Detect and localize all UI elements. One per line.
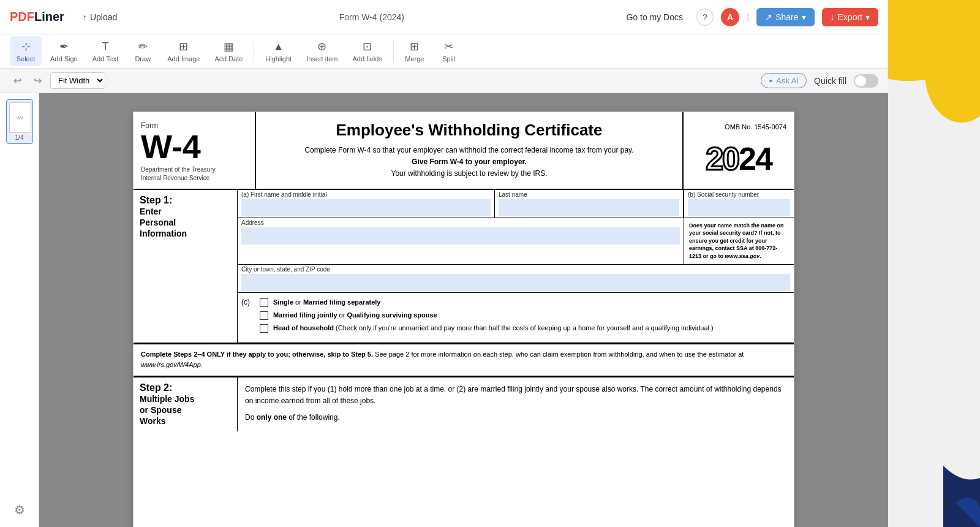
export-label: Export	[838, 12, 862, 22]
ssn-label: (b) Social security number	[688, 191, 790, 198]
last-name-input[interactable]	[499, 199, 679, 216]
first-name-input[interactable]	[241, 199, 491, 216]
merge-icon: ⊞	[410, 40, 419, 53]
share-chevron-icon: ▾	[802, 12, 806, 22]
document-area[interactable]: Form W-4 Department of the Treasury Inte…	[39, 93, 888, 527]
merge-tool-button[interactable]: ⊞ Merge	[399, 36, 431, 66]
address-input[interactable]	[241, 227, 680, 245]
add-image-icon: ⊞	[179, 40, 188, 53]
cert-title: Employee's Withholding Certificate	[268, 121, 670, 140]
insert-item-icon: ⊕	[317, 40, 326, 53]
add-date-icon: ▦	[224, 40, 234, 53]
add-text-tool-button[interactable]: T Add Text	[86, 37, 125, 66]
add-text-label: Add Text	[92, 55, 119, 63]
upload-button[interactable]: ↑ Upload	[77, 9, 123, 26]
nav-separator: |	[747, 12, 749, 23]
undo-button[interactable]: ↩	[10, 72, 25, 89]
filing-married-checkbox[interactable]	[260, 311, 268, 320]
select-label: Select	[17, 55, 36, 63]
fit-width-select[interactable]: Fit Width	[50, 72, 105, 89]
filing-single-text: Single or Married filing separately	[273, 298, 380, 307]
share-button[interactable]: ↗ Share ▾	[756, 8, 814, 26]
step1-row: Step 1: EnterPersonalInformation (a) Fir…	[134, 190, 794, 343]
add-date-tool-button[interactable]: ▦ Add Date	[208, 36, 249, 66]
quick-fill-toggle[interactable]	[854, 74, 878, 88]
insert-item-label: Insert item	[306, 55, 337, 63]
step1-content: (a) First name and middle initial Last n…	[238, 190, 794, 343]
add-sign-icon: ✒	[59, 40, 69, 53]
city-label: City or town, state, and ZIP code	[241, 266, 790, 273]
add-image-tool-button[interactable]: ⊞ Add Image	[161, 36, 206, 66]
toolbar2-left: ↩ ↪ Fit Width	[10, 72, 105, 89]
split-tool-button[interactable]: ✂ Split	[433, 36, 465, 66]
ask-ai-label: Ask AI	[776, 76, 799, 85]
split-label: Split	[442, 55, 455, 63]
step1-title: EnterPersonalInformation	[140, 206, 231, 240]
logo-text: PDFLiner	[10, 10, 64, 24]
first-name-label: (a) First name and middle initial	[241, 191, 491, 198]
form-w4-title: W-4	[141, 130, 247, 163]
nav-right: Go to my Docs ? A | ↗ Share ▾ ↓ Export ▾	[620, 8, 878, 26]
toolbar2: ↩ ↪ Fit Width ● Ask AI Quick fill	[0, 69, 888, 93]
filing-head-item: Head of household (Check only if you're …	[260, 324, 714, 333]
split-icon: ✂	[444, 40, 453, 53]
toolbar2-right: ● Ask AI Quick fill	[761, 73, 878, 88]
export-button[interactable]: ↓ Export ▾	[822, 8, 878, 26]
insert-item-tool-button[interactable]: ⊕ Insert item	[300, 36, 344, 66]
form-header-right: OMB No. 1545-0074 2024	[684, 112, 794, 189]
redo-icon: ↪	[34, 75, 42, 86]
quick-fill-label: Quick fill	[814, 76, 846, 86]
add-sign-label: Add Sign	[50, 55, 78, 63]
last-name-label: Last name	[499, 191, 679, 198]
draw-icon: ✏	[138, 40, 148, 53]
first-name-cell: (a) First name and middle initial	[238, 190, 495, 218]
navbar: PDFLiner ↑ Upload Form W-4 (2024) Go to …	[0, 0, 888, 34]
form-header-center: Employee's Withholding Certificate Compl…	[256, 112, 684, 189]
upload-icon: ↑	[83, 12, 87, 22]
page-thumbnail-1[interactable]: W4 1/4	[6, 99, 33, 144]
document-title: Form W-4 (2024)	[123, 12, 620, 22]
app-container: PDFLiner ↑ Upload Form W-4 (2024) Go to …	[0, 0, 888, 527]
filing-c-label: (c)	[241, 298, 254, 306]
logo: PDFLiner	[10, 10, 64, 24]
ask-ai-dot-icon: ●	[769, 77, 772, 84]
add-text-icon: T	[102, 40, 108, 53]
name-field-row: (a) First name and middle initial Last n…	[238, 190, 794, 218]
add-sign-tool-button[interactable]: ✒ Add Sign	[44, 36, 84, 66]
city-row: City or town, state, and ZIP code	[238, 265, 794, 293]
year-display: 2024	[706, 140, 772, 177]
step2-row: Step 2: Multiple Jobsor SpouseWorks Comp…	[134, 376, 794, 432]
merge-label: Merge	[405, 55, 424, 63]
filing-head-checkbox[interactable]	[260, 324, 268, 333]
address-cell: Address	[238, 218, 684, 264]
redo-button[interactable]: ↪	[30, 72, 45, 89]
city-cell: City or town, state, and ZIP code	[238, 265, 794, 292]
goto-docs-label: Go to my Docs	[626, 12, 683, 22]
filing-married-item: Married filing jointly or Qualifying sur…	[260, 311, 714, 320]
draw-tool-button[interactable]: ✏ Draw	[127, 36, 159, 66]
avatar-button[interactable]: A	[721, 8, 739, 26]
goto-docs-button[interactable]: Go to my Docs	[620, 9, 689, 26]
filing-single-checkbox[interactable]	[260, 298, 268, 307]
upload-label: Upload	[90, 12, 117, 22]
ssn-input[interactable]	[688, 199, 790, 216]
last-name-cell: Last name	[495, 190, 684, 218]
svg-point-4	[925, 25, 980, 123]
filing-single-item: Single or Married filing separately	[260, 298, 714, 307]
draw-label: Draw	[135, 55, 151, 63]
city-input[interactable]	[241, 274, 790, 291]
bg-decoration-bottomright	[907, 466, 980, 527]
highlight-tool-button[interactable]: ▲ Highlight	[259, 37, 298, 66]
share-icon: ↗	[765, 12, 772, 22]
export-icon: ↓	[831, 12, 835, 22]
add-fields-tool-button[interactable]: ⊡ Add fields	[347, 36, 388, 66]
help-button[interactable]: ?	[696, 9, 714, 26]
filing-status-row: (c) Single or Married filing separately	[238, 293, 794, 343]
step2-content: Complete this step if you (1) hold more …	[238, 377, 794, 432]
ask-ai-button[interactable]: ● Ask AI	[761, 73, 807, 88]
export-chevron-icon: ▾	[865, 12, 870, 22]
step2-title: Multiple Jobsor SpouseWorks	[140, 393, 231, 427]
sidebar-settings-button[interactable]: ⚙	[14, 502, 25, 517]
select-tool-button[interactable]: ⊹ Select	[10, 36, 42, 66]
filing-married-text: Married filing jointly or Qualifying sur…	[273, 311, 437, 320]
